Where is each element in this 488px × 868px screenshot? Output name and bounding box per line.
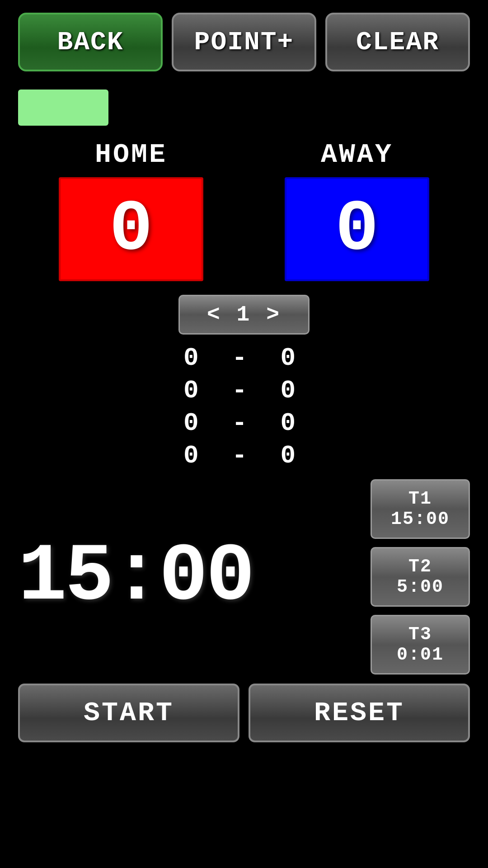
away-section: AWAY 0: [285, 139, 429, 281]
color-selector-row: [0, 80, 488, 126]
clear-button[interactable]: CLEAR: [325, 13, 470, 71]
set-score-row-3: 0 - 0: [183, 409, 305, 438]
point-plus-button[interactable]: POINT+: [172, 13, 316, 71]
set3-home: 0: [183, 409, 208, 438]
home-label: HOME: [95, 139, 167, 170]
top-bar: BACK POINT+ CLEAR: [0, 0, 488, 80]
teams-row: HOME 0 AWAY 0: [0, 126, 488, 281]
set-score-row-4: 0 - 0: [183, 441, 305, 470]
away-label: AWAY: [321, 139, 393, 170]
home-score: 0: [109, 189, 153, 270]
bottom-buttons: START RESET: [0, 675, 488, 751]
away-score: 0: [335, 189, 379, 270]
timer-row: 15:00 T1 15:00 T2 5:00 T3 0:01: [0, 470, 488, 675]
set3-dash: -: [232, 409, 280, 438]
set2-away: 0: [280, 376, 305, 405]
set2-dash: -: [232, 376, 280, 405]
set-score-row-1: 0 - 0: [183, 344, 305, 373]
home-score-box[interactable]: 0: [59, 177, 203, 281]
period-selector[interactable]: < 1 >: [178, 295, 310, 335]
set-scores: 0 - 0 0 - 0 0 - 0 0 - 0: [183, 344, 305, 470]
set4-home: 0: [183, 441, 208, 470]
set4-away: 0: [280, 441, 305, 470]
home-section: HOME 0: [59, 139, 203, 281]
timer-preset-t2[interactable]: T2 5:00: [371, 547, 470, 607]
timer-display: 15:00: [18, 531, 361, 623]
reset-button[interactable]: RESET: [249, 684, 470, 742]
set-score-row-2: 0 - 0: [183, 376, 305, 405]
set3-away: 0: [280, 409, 305, 438]
timer-presets: T1 15:00 T2 5:00 T3 0:01: [371, 479, 470, 675]
set1-away: 0: [280, 344, 305, 373]
away-score-box[interactable]: 0: [285, 177, 429, 281]
back-button[interactable]: BACK: [18, 13, 163, 71]
set1-home: 0: [183, 344, 208, 373]
home-color-selector[interactable]: [18, 90, 108, 126]
set2-home: 0: [183, 376, 208, 405]
period-section: < 1 > 0 - 0 0 - 0 0 - 0 0 - 0: [0, 281, 488, 470]
start-button[interactable]: START: [18, 684, 239, 742]
timer-preset-t1[interactable]: T1 15:00: [371, 479, 470, 539]
set4-dash: -: [232, 441, 280, 470]
timer-preset-t3[interactable]: T3 0:01: [371, 615, 470, 675]
set1-dash: -: [232, 344, 280, 373]
